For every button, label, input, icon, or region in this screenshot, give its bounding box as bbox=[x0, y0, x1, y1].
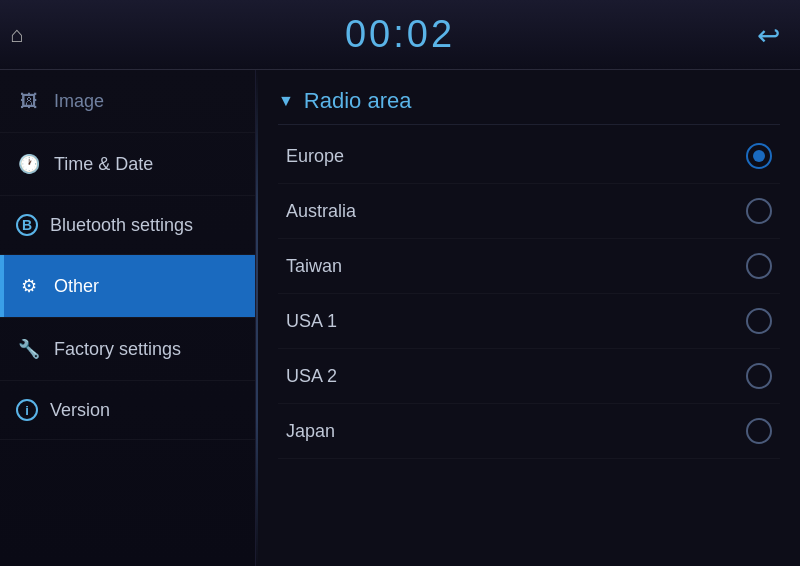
back-button[interactable]: ↩ bbox=[757, 18, 780, 51]
other-icon: ⚙ bbox=[16, 273, 42, 299]
sidebar-item-other[interactable]: ⚙ Other bbox=[0, 255, 255, 318]
home-button[interactable]: ⌂ bbox=[10, 22, 23, 48]
usa1-radio-btn[interactable] bbox=[746, 308, 772, 334]
taiwan-radio-btn[interactable] bbox=[746, 253, 772, 279]
sidebar-item-bluetooth-label: Bluetooth settings bbox=[50, 215, 193, 236]
sidebar-item-other-label: Other bbox=[54, 276, 99, 297]
usa2-radio-btn[interactable] bbox=[746, 363, 772, 389]
factory-icon: 🔧 bbox=[16, 336, 42, 362]
japan-label: Japan bbox=[286, 421, 335, 442]
sidebar-item-version-label: Version bbox=[50, 400, 110, 421]
radio-option-taiwan[interactable]: Taiwan bbox=[278, 239, 780, 294]
australia-label: Australia bbox=[286, 201, 356, 222]
clock-display: 00:02 bbox=[345, 13, 455, 56]
radio-option-usa2[interactable]: USA 2 bbox=[278, 349, 780, 404]
right-panel: ▼ Radio area Europe Australia Taiwan USA… bbox=[258, 70, 800, 566]
radio-area-header: ▼ Radio area bbox=[278, 70, 780, 125]
usa1-label: USA 1 bbox=[286, 311, 337, 332]
bluetooth-icon: B bbox=[16, 214, 38, 236]
sidebar-item-factory-label: Factory settings bbox=[54, 339, 181, 360]
australia-radio-btn[interactable] bbox=[746, 198, 772, 224]
europe-label: Europe bbox=[286, 146, 344, 167]
version-icon: i bbox=[16, 399, 38, 421]
usa2-label: USA 2 bbox=[286, 366, 337, 387]
sidebar-item-version[interactable]: i Version bbox=[0, 381, 255, 440]
japan-radio-btn[interactable] bbox=[746, 418, 772, 444]
taiwan-label: Taiwan bbox=[286, 256, 342, 277]
sidebar-item-image-label: Image bbox=[54, 91, 104, 112]
image-icon: 🖼 bbox=[16, 88, 42, 114]
sidebar-item-image[interactable]: 🖼 Image bbox=[0, 70, 255, 133]
top-bar: ⌂ 00:02 ↩ bbox=[0, 0, 800, 70]
radio-option-japan[interactable]: Japan bbox=[278, 404, 780, 459]
sidebar-item-time-date-label: Time & Date bbox=[54, 154, 153, 175]
sidebar-item-factory[interactable]: 🔧 Factory settings bbox=[0, 318, 255, 381]
time-date-icon: 🕐 bbox=[16, 151, 42, 177]
radio-option-australia[interactable]: Australia bbox=[278, 184, 780, 239]
main-content: 🖼 Image 🕐 Time & Date B Bluetooth settin… bbox=[0, 70, 800, 566]
radio-option-europe[interactable]: Europe bbox=[278, 129, 780, 184]
radio-option-usa1[interactable]: USA 1 bbox=[278, 294, 780, 349]
chevron-down-icon: ▼ bbox=[278, 92, 294, 110]
sidebar-item-time-date[interactable]: 🕐 Time & Date bbox=[0, 133, 255, 196]
radio-area-title: Radio area bbox=[304, 88, 412, 114]
sidebar-item-bluetooth[interactable]: B Bluetooth settings bbox=[0, 196, 255, 255]
sidebar: 🖼 Image 🕐 Time & Date B Bluetooth settin… bbox=[0, 70, 256, 566]
europe-radio-btn[interactable] bbox=[746, 143, 772, 169]
